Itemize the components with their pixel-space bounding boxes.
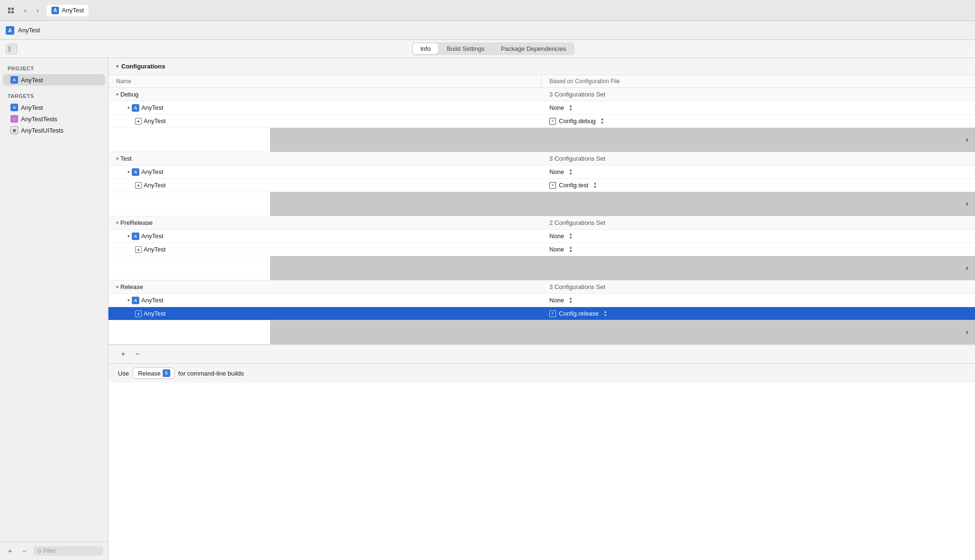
prerelease-target-icon: A <box>132 232 139 240</box>
table-row[interactable]: ▾ A AnyTest None ▲▼ <box>108 294 975 307</box>
prerelease-target-stepper[interactable]: ▲▼ <box>569 232 573 240</box>
add-configuration-button[interactable]: + <box>118 349 128 359</box>
release-gray-bar-stepper: ⬍ <box>965 330 969 335</box>
table-row[interactable]: ▲ AnyTest ≡ Config.test ▲▼ <box>108 179 975 192</box>
prerelease-group-row: ▾ PreRelease 2 Configurations Set <box>108 216 975 230</box>
bottom-bar: + − <box>108 345 975 363</box>
prerelease-sub-name: ▲ AnyTest <box>108 243 542 255</box>
sidebar-remove-button[interactable]: − <box>19 546 29 556</box>
use-select-arrow-icon: ⇅ <box>163 369 170 377</box>
debug-target-stepper[interactable]: ▲▼ <box>569 104 573 112</box>
release-group-value: 3 Configurations Set <box>542 281 975 293</box>
test-sub-icon: ▲ <box>135 182 142 189</box>
svg-rect-5 <box>11 46 15 52</box>
targets-section-label: TARGETS <box>0 91 108 102</box>
debug-collapse-icon[interactable]: ▾ <box>116 92 118 97</box>
debug-sub-stepper[interactable]: ▲▼ <box>600 117 604 125</box>
content-area: ▾ Configurations Name Based on Configura… <box>108 58 975 560</box>
test-collapse-icon[interactable]: ▾ <box>116 156 118 161</box>
table-row[interactable]: ▾ A AnyTest None ▲▼ <box>108 165 975 179</box>
use-select-value: Release <box>138 370 161 377</box>
tab-package-dependencies[interactable]: Package Dependencies <box>493 43 574 54</box>
sidebar-project-label: AnyTest <box>21 77 43 84</box>
remove-configuration-button[interactable]: − <box>132 349 143 359</box>
use-label: Use <box>118 370 129 377</box>
debug-target-value: None ▲▼ <box>542 102 975 114</box>
table-row[interactable]: ▲ AnyTest ≡ Config.debug ▲▼ <box>108 115 975 128</box>
sidebar-item-anytest-uitests[interactable]: ▣ AnyTestUITests <box>3 125 105 136</box>
debug-group-name: ▾ Debug <box>108 88 542 100</box>
release-sub-icon: ▲ <box>135 310 142 317</box>
test-target-value: None ▲▼ <box>542 166 975 178</box>
active-tab: A AnyTest <box>47 5 88 16</box>
prerelease-group-value: 2 Configurations Set <box>542 217 975 229</box>
sidebar-toggle-button[interactable] <box>6 44 17 54</box>
tab-build-settings[interactable]: Build Settings <box>439 43 492 54</box>
debug-target-icon: A <box>132 104 139 112</box>
svg-rect-1 <box>11 8 14 10</box>
config-group-release: ▾ Release 3 Configurations Set ▾ A AnyTe… <box>108 280 975 345</box>
sidebar-item-anytest-target[interactable]: A AnyTest <box>3 102 105 113</box>
release-group-name: ▾ Release <box>108 281 542 293</box>
forward-button[interactable]: › <box>32 5 43 16</box>
grid-view-button[interactable] <box>6 5 16 16</box>
prerelease-sub-stepper[interactable]: ▲▼ <box>569 246 573 253</box>
prerelease-sub-icon: ▲ <box>135 246 142 253</box>
debug-target-collapse-icon[interactable]: ▾ <box>127 105 130 110</box>
release-collapse-icon[interactable]: ▾ <box>116 284 118 290</box>
prerelease-target-collapse[interactable]: ▾ <box>127 233 130 239</box>
prerelease-target-name: ▾ A AnyTest <box>108 230 542 242</box>
use-row: Use Release ⇅ for command-line builds <box>108 363 975 383</box>
release-target-stepper[interactable]: ▲▼ <box>569 297 573 304</box>
back-button[interactable]: ‹ <box>20 5 30 16</box>
collapse-icon[interactable]: ▾ <box>116 64 118 69</box>
svg-rect-3 <box>11 11 14 13</box>
segmented-control: Info Build Settings Package Dependencies <box>412 42 575 55</box>
release-gray-bar: ⬍ <box>270 320 975 344</box>
configurations-header: ▾ Configurations <box>108 58 975 75</box>
target-uitests-icon: ▣ <box>10 126 18 134</box>
prerelease-collapse-icon[interactable]: ▾ <box>116 220 118 225</box>
sidebar-item-anytest-tests[interactable]: ◇ AnyTestTests <box>3 113 105 125</box>
test-sub-stepper[interactable]: ▲▼ <box>593 182 597 189</box>
toolbar-row: Info Build Settings Package Dependencies <box>0 40 975 58</box>
col-config-header: Based on Configuration File <box>542 75 975 87</box>
debug-target-name: ▾ A AnyTest <box>108 102 542 114</box>
svg-rect-4 <box>8 46 10 52</box>
debug-sub-value: ≡ Config.debug ▲▼ <box>542 115 975 127</box>
test-target-stepper[interactable]: ▲▼ <box>569 168 573 176</box>
col-name-header: Name <box>108 75 542 87</box>
sidebar-item-anytest-project[interactable]: A AnyTest <box>3 74 105 86</box>
target-tests-icon: ◇ <box>10 115 18 123</box>
svg-rect-0 <box>8 8 10 10</box>
debug-group-value: 3 Configurations Set <box>542 88 975 100</box>
prerelease-sub-value: None ▲▼ <box>542 243 975 256</box>
release-target-name: ▾ A AnyTest <box>108 294 542 307</box>
table-row[interactable]: ▲ AnyTest None ▲▼ <box>108 243 975 256</box>
table-row[interactable]: ▾ A AnyTest None ▲▼ <box>108 101 975 115</box>
sidebar-footer: + − ⊙ Filter <box>0 541 108 560</box>
sidebar: PROJECT A AnyTest TARGETS A AnyTest ◇ An… <box>0 58 108 560</box>
table-row[interactable]: ▲ AnyTest ≡ Config.release ▲▼ <box>108 307 975 320</box>
release-config-file-icon: ≡ <box>549 310 556 317</box>
debug-group-row: ▾ Debug 3 Configurations Set <box>108 88 975 101</box>
tab-app-icon: A <box>51 7 59 14</box>
release-target-collapse[interactable]: ▾ <box>127 298 130 303</box>
sidebar-target-tests-label: AnyTestTests <box>21 116 58 123</box>
test-gray-bar-stepper: ⬍ <box>965 202 969 207</box>
project-app-icon: A <box>6 26 14 35</box>
release-sub-name: ▲ AnyTest <box>108 308 542 319</box>
table-row[interactable]: ▾ A AnyTest None ▲▼ <box>108 230 975 243</box>
filter-input-container[interactable]: ⊙ Filter <box>33 546 103 556</box>
test-group-row: ▾ Test 3 Configurations Set <box>108 152 975 165</box>
debug-config-file-icon: ≡ <box>549 118 556 125</box>
use-select[interactable]: Release ⇅ <box>133 367 175 379</box>
test-target-collapse[interactable]: ▾ <box>127 169 130 174</box>
release-sub-stepper[interactable]: ▲▼ <box>604 310 607 318</box>
svg-rect-2 <box>8 11 10 13</box>
nav-buttons: ‹ › <box>20 5 43 16</box>
tab-info[interactable]: Info <box>413 43 439 54</box>
sidebar-add-button[interactable]: + <box>5 546 15 556</box>
test-group-name: ▾ Test <box>108 153 542 164</box>
sidebar-target-anytest-label: AnyTest <box>21 104 43 111</box>
